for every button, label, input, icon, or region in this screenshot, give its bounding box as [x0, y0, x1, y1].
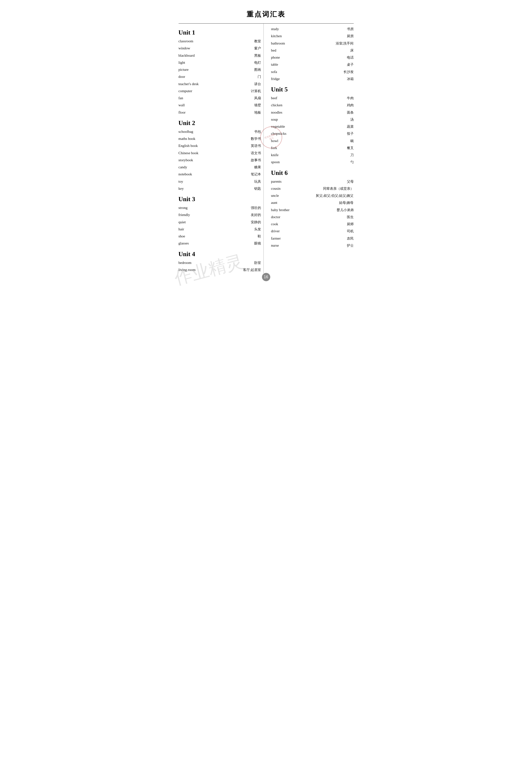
vocab-chinese: 故事书 — [251, 158, 261, 163]
vocab-english: knife — [271, 152, 303, 158]
vocab-row: classroom教室 — [179, 38, 261, 45]
vocab-english: sofa — [271, 69, 303, 75]
vocab-row: hair头发 — [179, 226, 261, 233]
vocab-row: vegetable蔬菜 — [271, 123, 354, 130]
vocab-chinese: 舅父;叔父;伯父;姑父;姨父 — [316, 193, 354, 198]
vocab-chinese: 图画 — [254, 67, 261, 73]
vocab-english: schoolbag — [179, 129, 210, 134]
vocab-chinese: 厨师 — [347, 222, 354, 227]
vocab-row: cook厨师 — [271, 221, 354, 228]
vocab-english: aunt — [271, 200, 303, 206]
vocab-row: aunt姑母;姨母 — [271, 199, 354, 206]
vocab-row: fridge冰箱 — [271, 76, 354, 83]
vocab-chinese: 墙壁 — [254, 102, 261, 108]
vocab-english: bowl — [271, 138, 303, 144]
vocab-row: candy糖果 — [179, 164, 261, 171]
vocab-chinese: 婴儿小弟弟 — [337, 208, 354, 213]
vocab-chinese: 刀 — [350, 152, 354, 158]
vocab-row: kitchen厨房 — [271, 33, 354, 40]
vocab-english: parents — [271, 179, 303, 184]
vocab-chinese: 书包 — [254, 129, 261, 134]
vocab-english: blackboard — [179, 53, 210, 58]
page-number: 16 — [262, 273, 270, 281]
vocab-row: window窗户 — [179, 45, 261, 52]
vocab-chinese: 姑母;姨母 — [339, 200, 354, 206]
vocab-row: door门 — [179, 73, 261, 80]
vocab-row: bed床 — [271, 47, 354, 54]
vocab-chinese: 电灯 — [254, 60, 261, 66]
vocab-english: maths book — [179, 136, 210, 141]
vocab-chinese: 同辈表亲（或堂亲） — [323, 186, 354, 191]
vocab-english: key — [179, 186, 210, 191]
vocab-chinese: 窗户 — [254, 46, 261, 51]
vocab-row: fork餐叉 — [271, 144, 354, 151]
vocab-english: window — [179, 46, 210, 51]
vocab-english: spoon — [271, 159, 303, 165]
vocab-row: light电灯 — [179, 59, 261, 66]
vocab-row: phone电话 — [271, 54, 354, 61]
page-title: 重点词汇表 — [179, 10, 354, 19]
vocab-row: bathroom浴室;洗手间 — [271, 40, 354, 47]
vocab-row: beef牛肉 — [271, 95, 354, 102]
vocab-chinese: 碗 — [350, 138, 354, 144]
vocab-chinese: 勺 — [350, 160, 354, 165]
vocab-english: study — [271, 26, 303, 32]
vocab-chinese: 桌子 — [347, 62, 354, 67]
vocab-chinese: 糖果 — [254, 165, 261, 170]
vocab-row: key钥匙 — [179, 185, 261, 192]
vocab-chinese: 门 — [258, 74, 261, 80]
vocab-row: bedroom卧室 — [179, 259, 261, 266]
vocab-row: noodles面条 — [271, 109, 354, 116]
vocab-row: cousin同辈表亲（或堂亲） — [271, 185, 354, 192]
vocab-chinese: 冰箱 — [347, 77, 354, 82]
vocab-row: Chinese book语文书 — [179, 150, 261, 157]
vocab-row: strong强壮的 — [179, 204, 261, 211]
vocab-english: bedroom — [179, 260, 210, 266]
vocab-english: classroom — [179, 38, 210, 44]
vocab-english: bed — [271, 48, 303, 53]
vocab-row: bowl碗 — [271, 137, 354, 144]
vocab-english: Chinese book — [179, 150, 210, 156]
vocab-english: farmer — [271, 236, 303, 241]
vocab-chinese: 牛肉 — [347, 96, 354, 101]
vocab-row: quiet安静的 — [179, 219, 261, 226]
vocab-english: baby brother — [271, 207, 303, 213]
unit-section: study书房kitchen厨房bathroom浴室;洗手间bed床phone电… — [271, 26, 354, 83]
vocab-english: phone — [271, 55, 303, 60]
vocab-row: study书房 — [271, 26, 354, 33]
vocab-row: knife刀 — [271, 151, 354, 159]
vocab-chinese: 司机 — [347, 229, 354, 234]
vocab-chinese: 电话 — [347, 55, 354, 60]
vocab-chinese: 面条 — [347, 110, 354, 115]
unit-section: Unit 3strong强壮的friendly友好的quiet安静的hair头发… — [179, 196, 261, 247]
vocab-english: chicken — [271, 102, 303, 108]
vocab-row: living room客厅;起居室 — [179, 266, 261, 274]
vocab-row: notebook笔记本 — [179, 171, 261, 178]
vocab-english: kitchen — [271, 33, 303, 39]
vocab-row: maths book数学书 — [179, 135, 261, 142]
vocab-english: driver — [271, 228, 303, 234]
vocab-english: storybook — [179, 157, 210, 163]
vocab-row: spoon勺 — [271, 159, 354, 166]
vocab-chinese: 眼镜 — [254, 241, 261, 246]
vocab-english: wall — [179, 102, 210, 108]
vocab-chinese: 计算机 — [251, 89, 261, 94]
vocab-english: cousin — [271, 186, 303, 191]
vocab-chinese: 头发 — [254, 227, 261, 232]
unit-title: Unit 6 — [271, 169, 354, 177]
vocab-english: beef — [271, 96, 303, 101]
vocab-chinese: 卧室 — [254, 260, 261, 266]
vocab-row: glasses眼镜 — [179, 240, 261, 247]
vocab-chinese: 教室 — [254, 39, 261, 44]
vocab-row: friendly友好的 — [179, 211, 261, 218]
vocab-chinese: 餐叉 — [347, 145, 354, 151]
content-area: Unit 1classroom教室window窗户blackboard黑板lig… — [179, 24, 354, 274]
vocab-chinese: 蔬菜 — [347, 124, 354, 129]
vocab-english: friendly — [179, 212, 210, 218]
vocab-english: hair — [179, 227, 210, 232]
vocab-chinese: 风扇 — [254, 96, 261, 101]
vocab-row: table桌子 — [271, 61, 354, 68]
vocab-row: floor地板 — [179, 109, 261, 116]
vocab-english: nurse — [271, 243, 303, 248]
unit-section: Unit 2schoolbag书包maths book数学书English bo… — [179, 119, 261, 192]
